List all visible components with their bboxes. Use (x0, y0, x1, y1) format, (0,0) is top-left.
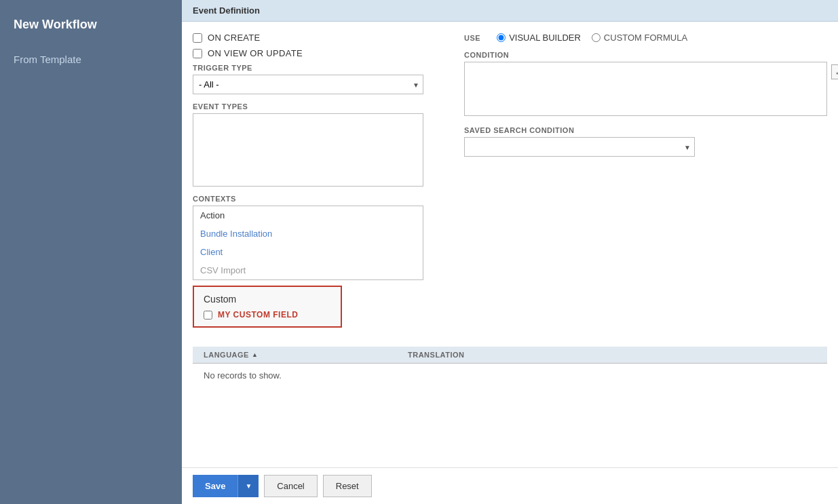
context-action[interactable]: Action (193, 206, 423, 225)
visual-builder-label: VISUAL BUILDER (509, 33, 581, 43)
cancel-button[interactable]: Cancel (264, 475, 317, 497)
language-column-header[interactable]: LANGUAGE ▲ (204, 351, 408, 359)
reset-button[interactable]: Reset (323, 475, 372, 497)
contexts-listbox[interactable]: Action Bundle Installation Client CSV Im… (193, 206, 423, 280)
my-custom-field-checkbox[interactable] (204, 311, 212, 319)
translation-table-header: LANGUAGE ▲ TRANSLATION (193, 347, 827, 364)
event-types-label: EVENT TYPES (193, 102, 437, 111)
on-create-row: ON CREATE (193, 33, 437, 43)
form-right-column: USE VISUAL BUILDER CUSTOM FORMULA CONDIT… (464, 33, 827, 336)
on-view-or-update-row: ON VIEW OR UPDATE (193, 48, 437, 58)
translation-section: LANGUAGE ▲ TRANSLATION No records to sho… (193, 347, 827, 387)
custom-formula-radio[interactable] (592, 33, 601, 42)
saved-search-row: SAVED SEARCH CONDITION ▼ (464, 126, 827, 157)
on-view-or-update-label: ON VIEW OR UPDATE (208, 48, 303, 58)
custom-section-title: Custom (204, 294, 331, 305)
custom-field-row: MY CUSTOM FIELD (204, 310, 331, 319)
action-bar: Save ▼ Cancel Reset (182, 467, 838, 504)
on-view-or-update-checkbox[interactable] (193, 49, 202, 58)
sort-ascending-icon: ▲ (252, 351, 258, 358)
condition-label: CONDITION (464, 51, 827, 59)
section-header: Event Definition (182, 0, 838, 22)
condition-wrapper: ⤢ (464, 62, 827, 118)
form-left-column: ON CREATE ON VIEW OR UPDATE TRIGGER TYPE… (193, 33, 437, 336)
context-bundle-installation[interactable]: Bundle Installation (193, 225, 423, 243)
condition-textarea[interactable] (464, 62, 827, 116)
sidebar-from-template-label: From Template (14, 54, 81, 65)
event-types-row: EVENT TYPES (193, 102, 437, 187)
sidebar-new-workflow-label: New Workflow (14, 18, 97, 31)
trigger-type-select-wrapper: - All - Create Update Delete ▼ (193, 75, 423, 94)
saved-search-select-wrapper: ▼ (464, 137, 695, 157)
trigger-type-select[interactable]: - All - Create Update Delete (193, 75, 423, 94)
sidebar: New Workflow From Template (0, 0, 182, 504)
language-label: LANGUAGE (204, 351, 249, 359)
event-types-listbox[interactable] (193, 113, 423, 187)
expand-icon-symbol: ⤢ (835, 67, 838, 77)
section-title: Event Definition (193, 5, 260, 16)
form-columns: ON CREATE ON VIEW OR UPDATE TRIGGER TYPE… (193, 33, 827, 336)
contexts-row: CONTEXTS Action Bundle Installation Clie… (193, 195, 437, 328)
condition-row: CONDITION ⤢ (464, 51, 827, 118)
custom-formula-option[interactable]: CUSTOM FORMULA (592, 33, 687, 43)
custom-formula-label: CUSTOM FORMULA (604, 33, 687, 43)
visual-builder-radio[interactable] (497, 33, 506, 42)
my-custom-field-label: MY CUSTOM FIELD (218, 310, 298, 319)
translation-label: TRANSLATION (408, 351, 465, 359)
trigger-type-label: TRIGGER TYPE (193, 64, 437, 72)
sidebar-item-new-workflow[interactable]: New Workflow (0, 7, 182, 43)
saved-search-label: SAVED SEARCH CONDITION (464, 126, 827, 134)
save-dropdown-button[interactable]: ▼ (237, 475, 259, 497)
saved-search-select[interactable] (464, 137, 695, 157)
trigger-type-row: TRIGGER TYPE - All - Create Update Delet… (193, 64, 437, 94)
expand-condition-icon[interactable]: ⤢ (831, 64, 838, 79)
use-label: USE (464, 34, 480, 42)
on-create-checkbox[interactable] (193, 33, 202, 43)
save-dropdown-arrow-icon: ▼ (245, 482, 252, 490)
save-button[interactable]: Save (193, 475, 237, 497)
use-row: USE VISUAL BUILDER CUSTOM FORMULA (464, 33, 827, 43)
custom-below-area: Custom MY CUSTOM FIELD (193, 286, 437, 328)
context-client[interactable]: Client (193, 243, 423, 261)
visual-builder-option[interactable]: VISUAL BUILDER (497, 33, 581, 43)
sidebar-item-from-template[interactable]: From Template (0, 43, 182, 76)
content-area: ON CREATE ON VIEW OR UPDATE TRIGGER TYPE… (182, 22, 838, 467)
save-button-group: Save ▼ (193, 475, 259, 497)
custom-section: Custom MY CUSTOM FIELD (193, 286, 342, 328)
contexts-label: CONTEXTS (193, 195, 437, 203)
main-content: Event Definition ON CREATE ON VIEW OR UP… (182, 0, 838, 504)
on-create-label: ON CREATE (208, 33, 261, 43)
translation-column-header: TRANSLATION (408, 351, 816, 359)
no-records-text: No records to show. (193, 364, 827, 387)
context-csv-import[interactable]: CSV Import (193, 261, 423, 279)
